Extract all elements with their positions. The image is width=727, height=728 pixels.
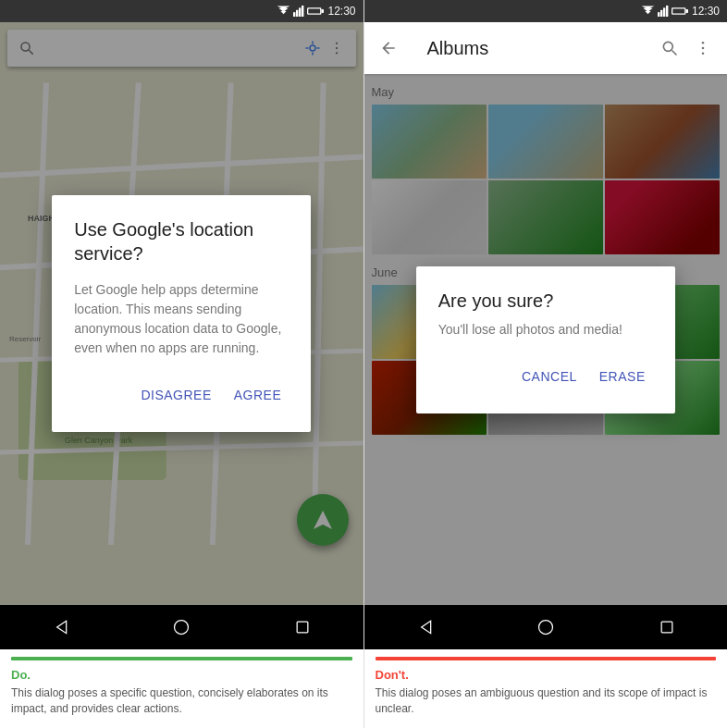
svg-marker-54 [422, 622, 431, 634]
dialog-title-right: Are you sure? [438, 289, 653, 313]
signal-icon [293, 6, 304, 17]
dialog-overlay-left: Use Google's location service? Let Googl… [0, 22, 364, 605]
svg-rect-43 [660, 10, 662, 17]
svg-line-50 [672, 51, 677, 56]
map-area: Glen Canyon Park Reservoir HAIGHT-ASHBUR… [0, 22, 364, 605]
battery-icon-right [672, 6, 688, 17]
recents-button-left[interactable] [288, 612, 317, 642]
svg-point-37 [175, 621, 189, 635]
svg-marker-2 [277, 6, 290, 9]
wifi-icon-right [641, 6, 655, 17]
svg-rect-48 [672, 8, 684, 13]
red-indicator [376, 657, 717, 660]
location-dialog: Use Google's location service? Let Googl… [52, 195, 311, 432]
svg-rect-5 [299, 7, 301, 17]
svg-rect-44 [663, 7, 665, 17]
dont-label: Don't. [376, 668, 717, 682]
back-button-left[interactable] [45, 612, 75, 642]
phone-left: 12:30 Glen Canyon Park Reser [0, 0, 364, 728]
do-label: Do. [11, 668, 352, 682]
label-area-right: Don't. This dialog poses an ambiguous qu… [364, 649, 728, 728]
label-area-left: Do. This dialog poses a specific questio… [0, 649, 364, 728]
svg-rect-3 [293, 12, 295, 17]
svg-rect-8 [322, 9, 325, 13]
nav-bar-left [0, 605, 364, 649]
home-button-left[interactable] [166, 612, 196, 642]
dialog-actions-left: DISAGREE AGREE [74, 380, 289, 410]
home-nav-icon [536, 618, 555, 636]
status-icons-left [277, 6, 324, 17]
svg-point-49 [663, 42, 672, 51]
home-icon [172, 618, 191, 636]
recents-nav-icon [658, 618, 676, 636]
back-arrow-icon[interactable] [379, 39, 398, 57]
recents-button-right[interactable] [652, 612, 682, 642]
svg-point-55 [538, 621, 552, 635]
back-button-right[interactable] [410, 612, 439, 642]
wifi-icon [277, 6, 290, 17]
app-bar-actions [660, 39, 712, 57]
svg-rect-42 [658, 12, 659, 17]
green-indicator [11, 657, 352, 660]
time-left: 12:30 [327, 5, 355, 18]
phone-right: 12:30 Albums May [364, 0, 728, 728]
svg-rect-38 [297, 623, 308, 634]
svg-point-51 [702, 42, 705, 44]
back-icon [51, 618, 69, 636]
app-bar-title: Albums [427, 38, 661, 59]
disagree-button[interactable]: DISAGREE [133, 380, 218, 410]
signal-icon-right [658, 6, 669, 17]
svg-rect-47 [685, 9, 688, 13]
nav-bar-right [364, 605, 728, 649]
back-nav-icon [415, 618, 434, 636]
svg-point-53 [702, 53, 705, 56]
svg-marker-41 [642, 6, 655, 9]
app-bar: Albums [364, 22, 728, 74]
dialog-body-right: You'll lose all photos and media! [438, 320, 653, 339]
svg-rect-6 [302, 6, 303, 17]
agree-button[interactable]: AGREE [227, 380, 290, 410]
photo-grid-area: May Are you sure? You'll lose all photos… [364, 74, 728, 605]
svg-rect-4 [296, 10, 298, 17]
status-bar-left: 12:30 [0, 0, 364, 22]
svg-rect-9 [309, 8, 321, 13]
more-vert-icon-appbar[interactable] [694, 39, 712, 57]
status-bar-right: 12:30 [364, 0, 728, 22]
svg-rect-45 [666, 6, 668, 17]
dialog-overlay-right: Are you sure? You'll lose all photos and… [364, 74, 728, 605]
erase-dialog: Are you sure? You'll lose all photos and… [416, 266, 675, 413]
battery-icon [307, 6, 324, 17]
do-description: This dialog poses a specific question, c… [11, 685, 352, 717]
dialog-body-left: Let Google help apps determine location.… [74, 280, 289, 358]
search-icon-appbar[interactable] [660, 39, 679, 57]
dialog-title-left: Use Google's location service? [74, 217, 289, 265]
time-right: 12:30 [692, 5, 720, 18]
recents-icon [293, 618, 312, 636]
svg-point-52 [702, 47, 705, 50]
svg-rect-56 [661, 623, 672, 634]
dialog-actions-right: CANCEL ERASE [438, 362, 653, 391]
status-icons-right [641, 6, 688, 17]
erase-button[interactable]: ERASE [592, 362, 653, 391]
cancel-button[interactable]: CANCEL [514, 362, 585, 391]
home-button-right[interactable] [531, 612, 561, 642]
svg-marker-36 [57, 622, 67, 634]
dont-description: This dialog poses an ambiguous question … [376, 685, 717, 717]
